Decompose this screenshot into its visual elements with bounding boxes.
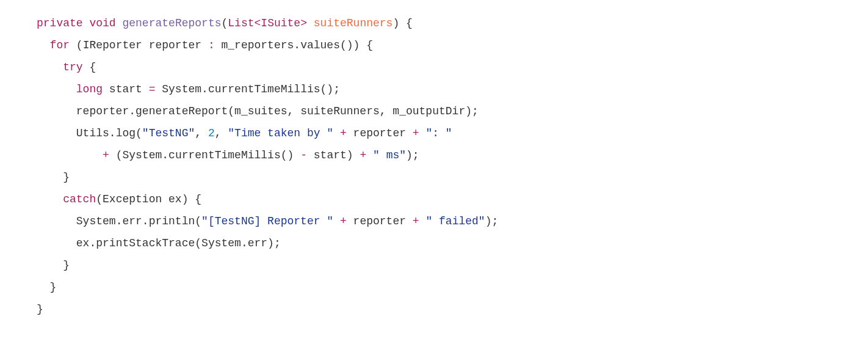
string-literal: ": " [425, 127, 452, 139]
code-line-5: reporter.generateReport(m_suites, suiteR… [37, 105, 479, 117]
string-literal: "[TestNG] Reporter " [201, 215, 333, 227]
code-line-6: Utils.log("TestNG", 2, "Time taken by " … [37, 127, 452, 139]
code-line-3: try { [37, 61, 96, 73]
code-line-4: long start = System.currentTimeMillis(); [37, 83, 340, 95]
method-name: generateReports [122, 17, 221, 29]
type-list: List [228, 17, 254, 29]
keyword-void: void [89, 17, 115, 29]
code-line-1: private void generateReports(List<ISuite… [37, 17, 413, 29]
string-literal: " ms" [373, 149, 406, 161]
string-literal: " failed" [425, 215, 485, 227]
keyword-private: private [37, 17, 83, 29]
type-ireporter: IReporter [83, 39, 142, 51]
code-line-11: ex.printStackTrace(System.err); [37, 237, 281, 249]
keyword-try: try [63, 61, 82, 73]
code-line-8: } [37, 171, 70, 183]
string-literal: "Time taken by " [228, 127, 333, 139]
type-isuite: ISuite [261, 17, 300, 29]
keyword-for: for [50, 39, 70, 51]
keyword-catch: catch [63, 193, 96, 205]
type-exception: Exception [103, 193, 162, 205]
string-literal: "TestNG" [142, 127, 195, 139]
code-line-10: System.err.println("[TestNG] Reporter " … [37, 215, 498, 227]
code-line-13: } [37, 281, 56, 293]
code-line-14: } [37, 303, 43, 315]
code-line-12: } [37, 259, 70, 271]
code-line-2: for (IReporter reporter : m_reporters.va… [37, 39, 373, 51]
code-line-9: catch(Exception ex) { [37, 193, 201, 205]
number-literal: 2 [208, 127, 215, 139]
code-line-7: + (System.currentTimeMillis() - start) +… [37, 149, 419, 161]
keyword-long: long [76, 83, 103, 95]
param-suiterunners: suiteRunners [314, 17, 393, 29]
code-block: private void generateReports(List<ISuite… [37, 12, 831, 320]
